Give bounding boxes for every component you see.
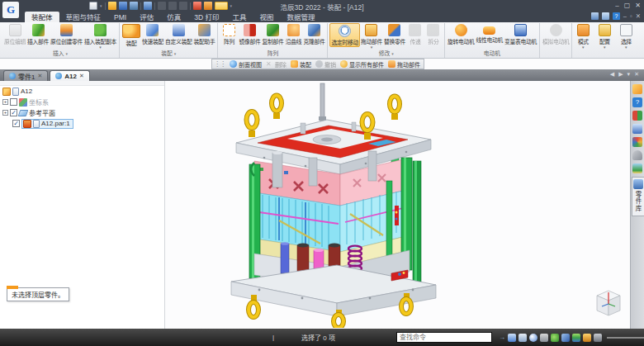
view-cube[interactable] xyxy=(591,286,626,320)
fit-arrow-icon[interactable]: → xyxy=(499,334,505,341)
maximize-button[interactable]: ▢ xyxy=(624,2,631,9)
pattern-button[interactable]: 阵列 xyxy=(220,23,238,45)
named-views-icon[interactable] xyxy=(572,334,580,342)
assembly-assistant-button[interactable]: 装配助手 xyxy=(192,23,215,45)
custom-assemble-button[interactable]: 自定义装配 xyxy=(164,23,192,45)
pan-icon[interactable] xyxy=(540,334,548,342)
minimize-button[interactable]: – xyxy=(615,2,618,9)
layers-icon[interactable] xyxy=(632,124,642,134)
expand-icon[interactable]: + xyxy=(2,110,8,116)
mirror-parts-button[interactable]: 镜像部件 xyxy=(238,23,261,45)
perspective-icon[interactable] xyxy=(594,334,602,342)
parts-icon[interactable] xyxy=(632,84,642,94)
expand-icon[interactable]: + xyxy=(2,99,8,105)
tree-row-csys[interactable]: + 坐标系 xyxy=(0,97,164,107)
rotate-icon[interactable] xyxy=(551,334,559,342)
part-checkbox[interactable]: ✓ xyxy=(12,120,20,127)
undo-icon[interactable] xyxy=(158,2,166,10)
doc-window-icon[interactable] xyxy=(591,12,599,20)
save-as-icon[interactable] xyxy=(130,2,138,10)
tab-close-icon[interactable]: ✕ xyxy=(634,71,639,78)
transfer-button[interactable]: 传递 xyxy=(406,23,424,45)
clone-parts-button[interactable]: 克隆部件 xyxy=(302,23,325,45)
tab-view[interactable]: 视图 xyxy=(253,12,280,22)
lifting-eye-bolt[interactable] xyxy=(247,111,258,137)
fit-icon[interactable] xyxy=(508,334,516,342)
lifting-eye-bolt[interactable] xyxy=(272,96,282,120)
move-on-select-button[interactable]: 选定时移动 xyxy=(329,23,359,47)
group-label-modify[interactable]: 修改 ▾ xyxy=(329,49,442,58)
doc-restore-button[interactable]: ▫ xyxy=(630,12,632,20)
close-button[interactable]: ✕ xyxy=(635,2,641,9)
replace-part-button[interactable]: 替换零件 xyxy=(383,23,406,45)
related-icon[interactable] xyxy=(179,2,187,10)
lifting-eye-bolt[interactable] xyxy=(390,97,400,121)
parts-library-tab[interactable]: 零件库 xyxy=(632,177,644,216)
selected-part-node[interactable]: A12.par:1 xyxy=(21,119,73,129)
group-label-pattern[interactable]: 阵列 xyxy=(220,49,325,58)
tab-scroll-right-icon[interactable]: ▶ xyxy=(618,71,623,78)
save-icon[interactable] xyxy=(119,2,127,10)
tab-3d-print[interactable]: 3D 打印 xyxy=(187,12,225,22)
select-dropdown[interactable]: 选择▾ xyxy=(617,23,635,49)
zoom-area-icon[interactable] xyxy=(519,334,527,342)
new-document-icon[interactable] xyxy=(89,2,97,10)
cursor-mode-icon[interactable] xyxy=(215,2,228,10)
tab-scroll-left-icon[interactable]: ◀ xyxy=(610,71,614,78)
tree-root-row[interactable]: A12 xyxy=(0,86,164,97)
qat-customize-icon[interactable]: ▾ xyxy=(230,3,233,8)
show-all-parts-button[interactable]: 显示所有部件 xyxy=(340,60,384,69)
create-part-inplace-button[interactable]: 原位创建零件 xyxy=(50,23,83,45)
assemble-button[interactable]: 装配 xyxy=(121,23,141,47)
tab-assembly[interactable]: 装配体 xyxy=(25,12,59,22)
render-palette-icon[interactable] xyxy=(632,137,642,147)
sensors-icon[interactable] xyxy=(632,111,642,121)
linear-motor-button[interactable]: 线性电动机 xyxy=(475,23,503,44)
new-dropdown-icon[interactable]: ▾ xyxy=(100,3,102,8)
image-icon[interactable] xyxy=(632,164,642,173)
tab-sketch-features[interactable]: 草图与特征 xyxy=(59,12,108,22)
view-styles-icon[interactable] xyxy=(583,334,591,342)
along-curve-button[interactable]: 沿曲线 xyxy=(284,23,302,45)
doc-minimize-button[interactable]: – xyxy=(623,12,627,20)
insert-part-button[interactable]: 插入部件 xyxy=(26,23,50,45)
quick-assemble-button[interactable]: 快速装配 xyxy=(141,23,164,45)
tree-row-refplanes[interactable]: + ✓ 参考平面 xyxy=(0,107,164,118)
simulate-motor-button[interactable]: 模拟电动机 xyxy=(542,23,570,45)
tab-pmi[interactable]: PMI xyxy=(107,12,133,22)
close-tab-icon[interactable]: ✕ xyxy=(37,73,42,79)
drag-parts-quick-button[interactable]: 拖动部件 xyxy=(388,60,420,69)
insert-assembly-copy-button[interactable]: 插入装配副本▾ xyxy=(83,23,117,49)
zoom-slider[interactable] xyxy=(607,337,644,339)
tab-simulation[interactable]: 仿真 xyxy=(160,12,187,22)
tab-data-management[interactable]: 数据管理 xyxy=(280,12,321,22)
copy-parts-button[interactable]: 复制部件 xyxy=(261,23,284,45)
close-tab-icon[interactable]: ✕ xyxy=(79,73,84,79)
split-button[interactable]: 拆分 xyxy=(424,23,443,45)
inplace-edit-button[interactable]: 原位编辑 xyxy=(3,23,26,45)
app-logo[interactable]: G xyxy=(2,2,19,18)
drag-parts-button[interactable]: 拖动部件▾ xyxy=(360,23,383,49)
rotary-motor-button[interactable]: 旋转电动机 xyxy=(447,23,475,45)
assemble-quick-button[interactable]: 装配 xyxy=(291,60,311,69)
csys-checkbox[interactable] xyxy=(10,98,17,106)
zoom-icon[interactable] xyxy=(529,334,537,342)
variable-table-motor-button[interactable]: 变量表电动机 xyxy=(504,23,537,45)
tools-icon[interactable] xyxy=(204,2,212,10)
doc-window-icon2[interactable] xyxy=(602,12,609,20)
tab-tools[interactable]: 工具 xyxy=(225,12,253,22)
tree-row-part[interactable]: ✓ A12.par:1 xyxy=(0,118,164,129)
delete-button[interactable]: ✕删除 xyxy=(266,60,286,69)
help-panel-icon[interactable]: ? xyxy=(632,97,642,107)
refplanes-checkbox[interactable]: ✓ xyxy=(10,109,17,116)
help-icon[interactable]: ? xyxy=(613,12,620,20)
keyshot-icon[interactable] xyxy=(632,150,642,160)
redo-icon[interactable] xyxy=(168,2,177,10)
flag-icon[interactable] xyxy=(193,2,201,10)
tab-list-icon[interactable]: ▾ xyxy=(627,71,631,78)
mode-dropdown[interactable]: 模式▾ xyxy=(574,23,592,49)
toolbar-grip[interactable]: ⋮⋮ xyxy=(214,60,225,68)
command-search-input[interactable] xyxy=(396,332,492,343)
group-label-assemble[interactable]: 装配 ▾ xyxy=(121,49,215,58)
undo-quick-button[interactable]: 撤销 xyxy=(315,60,336,69)
